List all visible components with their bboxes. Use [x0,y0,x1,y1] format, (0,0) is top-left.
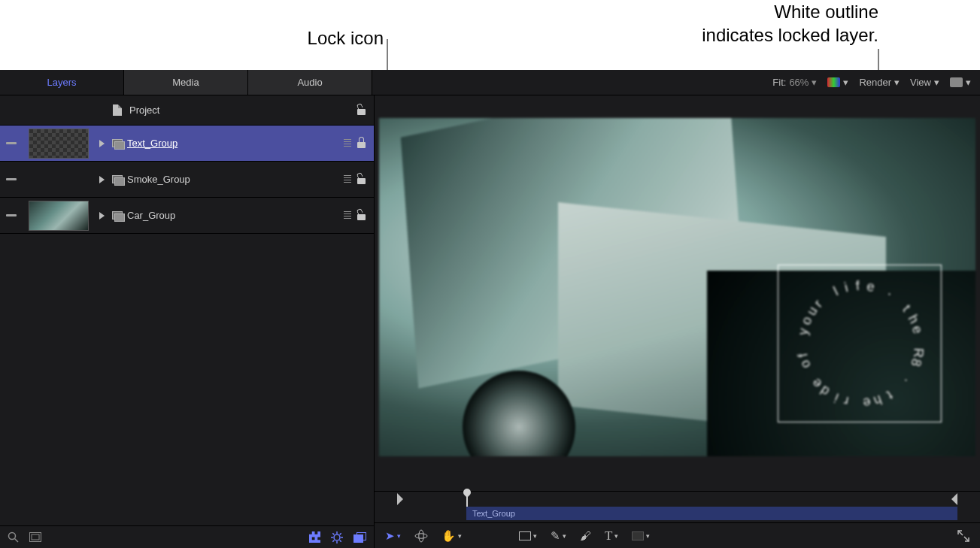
mask-tool[interactable]: ▾ [632,531,650,540]
svg-rect-5 [309,531,312,534]
canvas-toolbar: ➤▾ ✋▾ ▾ ✎▾ 🖌 T▾ ▾ [375,522,980,548]
preview-icon[interactable] [344,175,351,184]
svg-rect-8 [317,537,320,540]
svg-line-1 [15,539,19,543]
layer-row[interactable]: Car_Group [0,198,374,234]
layer-thumbnail [29,201,89,231]
panel-tabs: Layers Media Audio Fit: 66% ▾ ▾ Render▾ … [0,70,980,95]
tab-layers[interactable]: Layers [0,70,124,95]
layer-name[interactable]: Smoke_Group [127,174,339,185]
view-menu[interactable]: View▾ [910,77,939,88]
color-chip-icon [827,77,840,87]
layer-row[interactable]: Smoke_Group [0,162,374,198]
group-icon [112,175,123,184]
enable-toggle[interactable] [6,178,17,180]
layers-footer [0,525,374,548]
app-window: Layers Media Audio Fit: 66% ▾ ▾ Render▾ … [0,70,980,548]
canvas-content: the R8 · the ride of your life · [379,118,975,456]
layer-row[interactable]: Text_Group [0,126,374,162]
select-tool[interactable]: ➤▾ [385,529,401,543]
svg-rect-18 [354,534,363,542]
out-point-icon[interactable] [951,493,957,505]
svg-point-20 [415,533,427,537]
group-icon [112,211,123,220]
text-tool[interactable]: T▾ [605,528,618,543]
render-menu[interactable]: Render▾ [859,77,900,88]
pen-tool[interactable]: ✎▾ [551,529,566,543]
color-channel-menu[interactable]: ▾ [827,77,848,88]
layout-chip-icon [950,77,963,87]
fullscreen-icon[interactable] [957,530,969,542]
enable-toggle[interactable] [6,142,17,144]
checker-icon[interactable] [309,531,320,543]
layout-menu[interactable]: ▾ [950,77,971,88]
group-icon [112,139,123,148]
brush-tool[interactable]: 🖌 [580,529,591,542]
lock-toggle[interactable] [356,174,366,186]
disclosure-triangle-icon[interactable] [99,140,105,147]
svg-rect-3 [32,534,39,540]
circular-text: the R8 · the ride of your life · [778,265,941,422]
project-icon [113,104,122,116]
fit-zoom[interactable]: Fit: 66% ▾ [772,77,817,88]
layer-name[interactable]: Text_Group [127,138,339,149]
callout-outline: White outline indicates locked layer. [563,0,878,47]
search-icon[interactable] [8,531,19,543]
canvas-controls: Fit: 66% ▾ ▾ Render▾ View▾ ▾ [372,70,980,95]
layer-name[interactable]: Car_Group [127,210,339,221]
in-point-icon[interactable] [397,493,403,505]
lock-toggle[interactable] [356,210,366,222]
locked-layer-outline: the R8 · the ride of your life · [778,265,942,422]
callout-outline-line1: White outline [563,0,878,23]
svg-line-15 [340,540,341,541]
enable-toggle[interactable] [6,214,17,216]
stepper-icon: ▾ [812,77,817,88]
pan-tool[interactable]: ✋▾ [441,529,462,543]
disclosure-triangle-icon[interactable] [99,176,105,183]
svg-rect-7 [312,537,315,540]
canvas-viewport[interactable]: the R8 · the ride of your life · [375,95,980,491]
layer-thumbnail [29,129,89,159]
render-label: Render [859,77,891,88]
gear-icon[interactable] [331,531,343,543]
callout-lock: Lock icon [226,26,384,50]
tab-media[interactable]: Media [124,70,248,95]
svg-rect-6 [315,531,318,534]
project-label: Project [129,104,348,116]
fit-value: 66% [789,77,809,88]
project-row[interactable]: Project [0,95,374,126]
svg-line-17 [340,533,341,534]
stack-icon[interactable] [353,532,366,543]
svg-point-21 [419,530,423,542]
svg-line-14 [332,533,334,534]
mini-timeline[interactable]: Text_Group [375,491,980,522]
preview-icon[interactable] [344,211,351,220]
svg-line-16 [332,540,334,541]
fit-label: Fit: [772,77,786,88]
canvas-area: the R8 · the ride of your life · Text_Gr… [375,95,980,548]
disclosure-triangle-icon[interactable] [99,212,105,220]
svg-point-9 [334,534,340,540]
rectangle-tool[interactable]: ▾ [519,531,537,540]
layers-panel: Project Text_GroupSmoke_GroupCar_Group [0,95,375,548]
3d-transform-tool[interactable] [414,529,428,543]
tab-audio[interactable]: Audio [248,70,372,95]
preview-icon[interactable] [344,139,351,148]
project-lock[interactable] [356,104,366,117]
view-label: View [910,77,931,88]
frame-icon[interactable] [29,532,41,542]
playhead[interactable] [466,492,468,507]
svg-point-0 [9,533,16,540]
lock-toggle[interactable] [356,138,366,150]
callout-outline-line2: indicates locked layer. [563,23,878,47]
timeline-clip[interactable]: Text_Group [466,507,957,520]
